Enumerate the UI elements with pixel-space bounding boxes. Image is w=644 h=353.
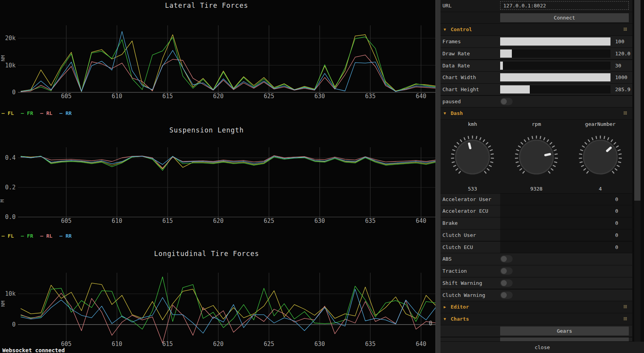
gauge-label: kmh [441,121,504,127]
clutch-warning-toggle[interactable] [500,291,513,299]
collapse-triangle-icon: ▶ [444,301,446,313]
data-rate-value[interactable]: 30 [615,60,621,72]
knob-indicator [545,154,550,155]
knob-indicator [469,144,470,148]
x-axis-tick-label: 630 [314,93,325,100]
dash-gauges: kmh 533 rpm 9328 gearNumber 4 [441,120,632,193]
app-window: Lateral Tire Forces Suspension Length Lo… [0,0,644,353]
y-axis-tick-label: 0 [12,321,16,328]
legend-label: FR [27,110,33,116]
chart-width-value[interactable]: 1000 [615,72,627,83]
gear-number-knob[interactable] [577,134,623,180]
legend-label: FR [27,233,33,239]
section-header-charts[interactable]: ▼ Charts [441,313,632,325]
collapse-triangle-icon: ▼ [444,108,446,119]
accelerator-ecu-value: 0 [615,205,618,217]
knob-tick [540,136,541,139]
knob-tick [476,136,477,139]
slider-row-data-rate: Data Rate 30 [441,60,632,72]
drag-handle-icon[interactable] [624,305,625,306]
legend-item-FR[interactable]: —FR [21,110,33,116]
panel-resize-divider[interactable] [435,0,441,353]
knob-tick [596,136,597,139]
partially-visible-button[interactable] [500,337,629,341]
legend-item-FL[interactable]: —FL [2,110,14,116]
drag-handle-icon[interactable] [624,28,625,28]
draw-rate-slider[interactable] [500,49,610,58]
x-axis-tick-label: 605 [61,217,71,224]
knob-body [456,140,490,174]
y-axis-unit-lateral: NM [0,55,6,62]
frames-value[interactable]: 100 [615,36,624,48]
readout-track [500,205,632,217]
slider-row-frames: Frames 100 [441,36,632,48]
section-title: Charts [451,313,469,325]
panel-scrollbar[interactable] [634,0,640,342]
legend-item-RR[interactable]: —RR [59,110,71,116]
paused-row: paused [441,96,632,108]
drag-handle-icon[interactable] [624,317,625,318]
chart-height-value[interactable]: 285.9 [615,84,630,95]
draw-rate-value[interactable]: 120.0 [615,48,630,60]
hidden-chart-axis-tick: 0 [429,320,432,327]
url-input[interactable] [500,1,629,10]
section-title: Control [451,24,472,35]
x-axis-tick-label: 620 [213,93,223,100]
connect-button[interactable]: Connect [500,13,629,22]
legend-item-RR[interactable]: —RR [59,233,71,239]
y-axis-tick-label: 0.4 [5,154,16,161]
knob-tick [548,171,550,173]
slider-fill [500,85,530,94]
scrollbar-thumb[interactable] [634,0,640,201]
frames-slider[interactable] [500,37,610,46]
section-header-editor[interactable]: ▶ Editor [441,301,632,313]
chart-width-slider[interactable] [500,73,610,81]
accelerator-user-value: 0 [615,194,618,205]
knob-tick [524,139,526,142]
drag-handle-icon[interactable] [624,111,625,112]
knob-tick [618,162,621,162]
legend-item-FR[interactable]: —FR [21,233,33,239]
data-rate-slider[interactable] [500,62,610,70]
legend-suspension: —FL—FR—RL—RR [2,233,72,239]
toggle-knob [501,268,507,274]
paused-toggle[interactable] [500,98,513,105]
kmh-knob[interactable] [449,134,495,180]
traction-toggle[interactable] [500,267,513,275]
knob-tick [490,150,492,151]
brake-value: 0 [615,217,618,229]
shift-warning-toggle[interactable] [500,279,513,287]
knob-tick [547,139,549,142]
rpm-knob[interactable] [513,134,559,180]
section-header-control[interactable]: ▼ Control [441,24,632,35]
gears-button[interactable]: Gears [500,327,629,335]
clutch-ecu-value: 0 [615,242,618,253]
x-axis-tick-label: 635 [365,217,375,224]
knob-tick [584,168,586,170]
legend-item-RL[interactable]: —RL [40,233,52,239]
slider-row-draw-rate: Draw Rate 120.0 [441,48,632,60]
abs-toggle[interactable] [500,255,513,263]
knob-tick [553,165,556,167]
legend-label: RL [46,110,53,116]
knob-tick [516,162,519,162]
chart-height-slider[interactable] [500,85,610,94]
gauge-label: rpm [504,121,568,127]
legend-item-RL[interactable]: —RL [40,110,52,116]
knob-tick [483,139,485,142]
legend-item-FL[interactable]: —FL [2,233,14,239]
y-axis-tick-label: 20k [5,35,16,42]
readout-row-accelerator-user: Accelerator User 0 [441,194,632,205]
readout-row-brake: Brake 0 [441,217,632,229]
toggle-label: Clutch Warning [442,289,485,301]
close-button[interactable]: close [441,342,644,353]
x-axis-tick-label: 640 [416,217,426,224]
section-header-dash[interactable]: ▼ Dash [441,108,632,119]
readout-label: Accelerator User [442,194,491,205]
x-axis-tick-label: 625 [264,341,274,348]
knob-tick [480,137,481,140]
knob-tick [491,154,494,154]
legend-label: RR [65,110,72,116]
x-axis-tick-label: 615 [162,341,173,348]
knob-tick [581,165,584,167]
